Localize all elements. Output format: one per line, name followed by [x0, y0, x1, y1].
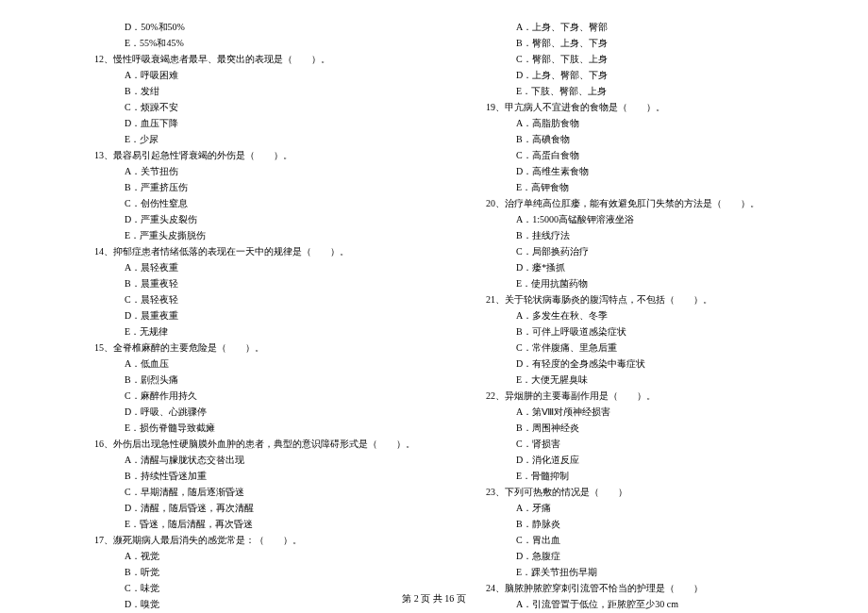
question-number: 12、 [94, 54, 113, 64]
option-text: E．55%和45% [94, 35, 429, 51]
option-text: B．剧烈头痛 [94, 372, 429, 388]
option-text: E．损伤脊髓导致截瘫 [94, 420, 429, 436]
option-text: D．消化道反应 [486, 452, 821, 468]
question-15: 15、全脊椎麻醉的主要危险是（ ）。 [94, 340, 429, 356]
question-19: 19、甲亢病人不宜进食的食物是（ ）。 [486, 99, 821, 115]
option-text: C．麻醉作用持久 [94, 388, 429, 404]
question-number: 22、 [486, 390, 505, 401]
option-text: A．牙痛 [486, 500, 821, 516]
question-17: 17、濒死期病人最后消失的感觉常是：（ ）。 [94, 532, 429, 548]
option-text: B．听觉 [94, 564, 429, 580]
option-text: C．早期清醒，随后逐渐昏迷 [94, 484, 429, 500]
option-text: D．严重头皮裂伤 [94, 211, 429, 227]
option-text: A．呼吸困难 [94, 67, 429, 83]
question-13: 13、最容易引起急性肾衰竭的外伤是（ ）。 [94, 147, 429, 163]
question-12: 12、慢性呼吸衰竭患者最早、最突出的表现是（ ）。 [94, 51, 429, 67]
question-text: 抑郁症患者情绪低落的表现在一天中的规律是（ ）。 [113, 246, 349, 257]
left-column: D．50%和50% E．55%和45% 12、慢性呼吸衰竭患者最早、最突出的表现… [38, 19, 439, 585]
option-text: E．严重头皮撕脱伤 [94, 227, 429, 243]
option-text: A．第Ⅷ对颅神经损害 [486, 404, 821, 420]
option-text: C．臀部、下肢、上身 [486, 51, 821, 67]
option-text: D．高维生素食物 [486, 163, 821, 179]
option-text: A．关节扭伤 [94, 163, 429, 179]
option-text: B．静脉炎 [486, 516, 821, 532]
option-text: B．持续性昏迷加重 [94, 468, 429, 484]
question-number: 21、 [486, 294, 505, 305]
question-text: 关于轮状病毒肠炎的腹泻特点，不包括（ ）。 [505, 294, 712, 305]
option-text: E．高钾食物 [486, 179, 821, 195]
option-text: E．使用抗菌药物 [486, 275, 821, 291]
option-text: B．高碘食物 [486, 131, 821, 147]
question-number: 23、 [486, 487, 505, 497]
question-number: 17、 [94, 535, 113, 545]
option-text: C．肾损害 [486, 436, 821, 452]
question-number: 19、 [486, 102, 505, 112]
question-number: 15、 [94, 342, 113, 353]
option-text: E．少尿 [94, 131, 429, 147]
question-23: 23、下列可热敷的情况是（ ） [486, 484, 821, 500]
option-text: B．周围神经炎 [486, 420, 821, 436]
question-number: 13、 [94, 150, 113, 160]
option-text: D．有轻度的全身感染中毒症状 [486, 356, 821, 372]
option-text: D．上身、臀部、下身 [486, 67, 821, 83]
option-text: B．臀部、上身、下身 [486, 35, 821, 51]
option-text: C．高蛋白食物 [486, 147, 821, 163]
option-text: C．常伴腹痛、里急后重 [486, 340, 821, 356]
question-text: 异烟肼的主要毒副作用是（ ）。 [505, 390, 656, 401]
option-text: A．1:5000高锰酸钾溶液坐浴 [486, 211, 821, 227]
option-text: A．晨轻夜重 [94, 259, 429, 275]
question-number: 20、 [486, 198, 505, 208]
option-text: B．严重挤压伤 [94, 179, 429, 195]
option-text: D．瘘*搔抓 [486, 259, 821, 275]
option-text: D．呼吸、心跳骤停 [94, 404, 429, 420]
option-text: C．胃出血 [486, 532, 821, 548]
option-text: D．晨重夜重 [94, 307, 429, 323]
question-20: 20、治疗单纯高位肛瘘，能有效避免肛门失禁的方法是（ ）。 [486, 195, 821, 211]
option-text: B．晨重夜轻 [94, 275, 429, 291]
option-text: A．上身、下身、臀部 [486, 19, 821, 35]
option-text: A．视觉 [94, 548, 429, 564]
question-number: 16、 [94, 439, 113, 449]
question-text: 全脊椎麻醉的主要危险是（ ）。 [113, 342, 264, 353]
page-container: D．50%和50% E．55%和45% 12、慢性呼吸衰竭患者最早、最突出的表现… [0, 0, 868, 613]
option-text: C．晨轻夜轻 [94, 291, 429, 307]
option-text: C．烦躁不安 [94, 99, 429, 115]
question-text: 治疗单纯高位肛瘘，能有效避免肛门失禁的方法是（ ）。 [505, 198, 760, 208]
option-text: A．多发生在秋、冬季 [486, 307, 821, 323]
option-text: D．急腹症 [486, 548, 821, 564]
option-text: A．低血压 [94, 356, 429, 372]
option-text: E．踝关节扭伤早期 [486, 564, 821, 580]
option-text: B．发绀 [94, 83, 429, 99]
option-text: C．创伤性窒息 [94, 195, 429, 211]
option-text: B．可伴上呼吸道感染症状 [486, 323, 821, 340]
option-text: E．无规律 [94, 323, 429, 340]
option-text: D．血压下降 [94, 115, 429, 131]
question-text: 甲亢病人不宜进食的食物是（ ）。 [505, 102, 665, 112]
question-16: 16、外伤后出现急性硬脑膜外血肿的患者，典型的意识障碍形式是（ ）。 [94, 436, 429, 452]
question-21: 21、关于轮状病毒肠炎的腹泻特点，不包括（ ）。 [486, 291, 821, 307]
option-text: A．高脂肪食物 [486, 115, 821, 131]
option-text: E．骨髓抑制 [486, 468, 821, 484]
question-number: 14、 [94, 246, 113, 257]
page-footer: 第 2 页 共 16 页 [0, 592, 868, 605]
option-text: D．50%和50% [94, 19, 429, 35]
option-text: D．清醒，随后昏迷，再次清醒 [94, 500, 429, 516]
option-text: E．下肢、臀部、上身 [486, 83, 821, 99]
option-text: E．昏迷，随后清醒，再次昏迷 [94, 516, 429, 532]
question-text: 慢性呼吸衰竭患者最早、最突出的表现是（ ）。 [113, 54, 330, 64]
question-22: 22、异烟肼的主要毒副作用是（ ）。 [486, 388, 821, 404]
question-text: 下列可热敷的情况是（ ） [505, 487, 627, 497]
right-column: A．上身、下身、臀部 B．臀部、上身、下身 C．臀部、下肢、上身 D．上身、臀部… [439, 19, 830, 585]
option-text: A．清醒与朦胧状态交替出现 [94, 452, 429, 468]
option-text: E．大便无腥臭味 [486, 372, 821, 388]
question-14: 14、抑郁症患者情绪低落的表现在一天中的规律是（ ）。 [94, 243, 429, 259]
question-text: 濒死期病人最后消失的感觉常是：（ ）。 [113, 535, 302, 545]
question-text: 外伤后出现急性硬脑膜外血肿的患者，典型的意识障碍形式是（ ）。 [113, 439, 415, 449]
question-text: 最容易引起急性肾衰竭的外伤是（ ）。 [113, 150, 292, 160]
option-text: B．挂线疗法 [486, 227, 821, 243]
option-text: C．局部换药治疗 [486, 243, 821, 259]
